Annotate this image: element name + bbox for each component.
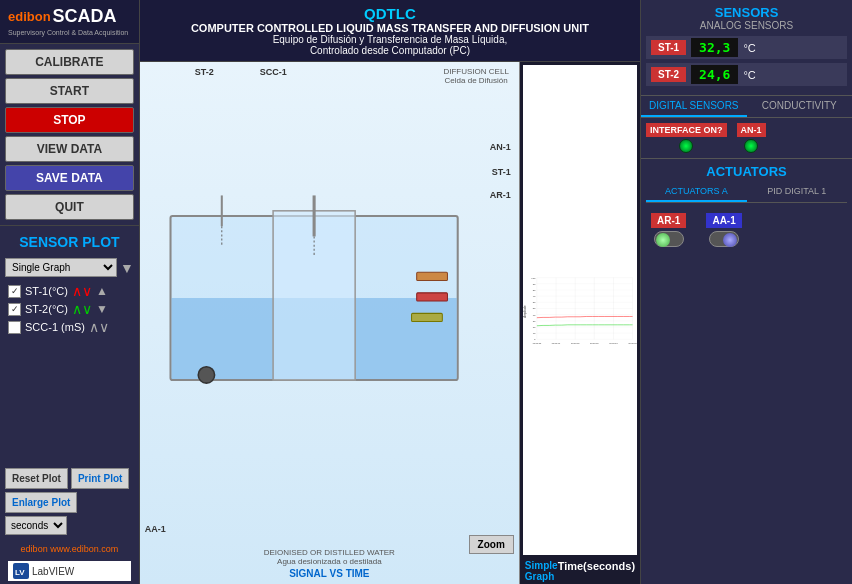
view-data-button[interactable]: VIEW DATA [5,136,134,162]
logo-area: edibon SCADA Supervisory Control & Data … [0,0,139,44]
st2-sensor-label: ST-2 [651,67,686,82]
svg-point-10 [198,367,214,383]
time-axis-label: Time(seconds) [558,560,635,582]
signal-vs-time-label: SIGNAL VS TIME [289,568,369,579]
graph-type-row: Single Graph Multi Graph ▼ [0,255,139,280]
digital-sensors-content: INTERFACE ON? AN-1 [641,118,852,158]
st2-line-icon: ∧∨ [72,301,92,317]
center-content: QDTLC COMPUTER CONTROLLED LIQUID MASS TR… [140,0,640,584]
graph-container: Amplitude [523,65,637,555]
sidebar: edibon SCADA Supervisory Control & Data … [0,0,140,584]
svg-text:LV: LV [15,568,25,577]
graph-type-select[interactable]: Single Graph Multi Graph [5,258,117,277]
actuators-content: AR-1 AA-1 [646,208,847,252]
title-main: QDTLC [145,5,635,22]
scc1-checkbox[interactable] [8,321,21,334]
st1-sensor-unit: °C [743,42,755,54]
labview-logo-icon: LV [13,563,29,579]
st2-scroll-down[interactable]: ▼ [96,302,108,316]
st1-checkbox[interactable]: ✓ [8,285,21,298]
quit-button[interactable]: QUIT [5,194,134,220]
nav-buttons: CALIBRATE START STOP VIEW DATA SAVE DATA… [0,44,139,225]
graph-area: Amplitude [520,62,640,584]
right-panels: SENSORS ANALOG SENSORS ST-1 32,3 °C ST-2… [640,0,852,584]
svg-rect-9 [411,313,442,321]
svg-text:00:00:54: 00:00:54 [628,342,637,344]
st1-scroll-up[interactable]: ▲ [96,284,108,298]
stop-button[interactable]: STOP [5,107,134,133]
pid-digital-tab[interactable]: PID DIGITAL 1 [747,182,847,202]
center-main: ST-2 SCC-1 DIFFUSION CELL Celda de Difus… [140,62,640,584]
y-axis-label: Amplitude [523,305,527,318]
aa1-diagram-label: AA-1 [145,524,166,534]
st1-sensor-value: 32,3 [691,38,738,57]
interface-on-label: INTERFACE ON? [646,123,727,137]
edibon-text: edibon [21,544,48,554]
st1-line-icon: ∧∨ [72,283,92,299]
aa1-switch[interactable] [709,231,739,247]
print-plot-button[interactable]: Print Plot [71,468,129,489]
digital-sensors-tab[interactable]: DIGITAL SENSORS [641,96,746,117]
ar1-switch[interactable] [654,231,684,247]
aa1-switch-knob [723,233,737,247]
website-text: www.edibon.com [50,544,118,554]
actuators-title: ACTUATORS [646,164,847,179]
an1-digital-label: AN-1 [737,123,766,137]
sensor-graph: Amplitude [523,65,637,555]
title-sub2: Equipo de Difusión y Transferencia de Ma… [145,34,635,45]
scc1-label: SCC-1 (mS) [25,321,85,333]
water-label: DEIONISED OR DISTILLED WATER Agua desion… [264,548,395,566]
svg-text:00:00:39: 00:00:39 [533,342,542,344]
plot-controls: Reset Plot Print Plot Enlarge Plot secon… [0,463,139,540]
scc1-diagram-label: SCC-1 [260,67,287,77]
sensor-check-scc1: SCC-1 (mS) ∧∨ [8,319,131,335]
sensor-plot-title: SENSOR PLOT [0,225,139,255]
aa1-actuator-label: AA-1 [706,213,741,228]
reset-plot-button[interactable]: Reset Plot [5,468,68,489]
st1-label: ST-1(°C) [25,285,68,297]
svg-text:00:00:48: 00:00:48 [590,342,599,344]
logo-subtitle: Supervisory Control & Data Acquisition [8,29,128,37]
svg-text:00:00:45: 00:00:45 [571,342,580,344]
svg-text:100: 100 [531,277,536,280]
save-data-button[interactable]: SAVE DATA [5,165,134,191]
diagram-area: ST-2 SCC-1 DIFFUSION CELL Celda de Difus… [140,62,520,584]
calibrate-button[interactable]: CALIBRATE [5,49,134,75]
equipment-diagram [150,77,509,519]
digital-conductivity-tabs: DIGITAL SENSORS CONDUCTIVITY [641,96,852,118]
title-sub3: Controlado desde Computador (PC) [145,45,635,56]
start-button[interactable]: START [5,78,134,104]
ar1-actuator-label: AR-1 [651,213,686,228]
st1-sensor-row: ST-1 32,3 °C [646,36,847,59]
svg-text:00:00:51: 00:00:51 [609,342,618,344]
svg-text:00:00:42: 00:00:42 [552,342,561,344]
simple-graph-label: Simple Graph [525,560,558,582]
sensor-checks: ✓ ST-1(°C) ∧∨ ▲ ✓ ST-2(°C) ∧∨ ▼ SCC-1 (m… [0,280,139,340]
water-label2: Agua desionizada o destilada [264,557,395,566]
svg-rect-13 [523,276,637,344]
ar1-switch-knob [656,233,670,247]
svg-rect-8 [417,293,448,301]
actuators-tabs: ACTUATORS A PID DIGITAL 1 [646,182,847,203]
conductivity-tab[interactable]: CONDUCTIVITY [747,96,852,117]
digital-sensors-row: INTERFACE ON? AN-1 [646,123,847,153]
actuators-a-tab[interactable]: ACTUATORS A [646,182,746,202]
title-area: QDTLC COMPUTER CONTROLLED LIQUID MASS TR… [140,0,640,62]
st2-checkbox[interactable]: ✓ [8,303,21,316]
seconds-select[interactable]: seconds minutes [5,516,67,535]
enlarge-plot-button[interactable]: Enlarge Plot [5,492,77,513]
ar1-actuator: AR-1 [651,213,686,247]
logo-edibon: edibon [8,9,51,24]
actuators-panel: ACTUATORS ACTUATORS A PID DIGITAL 1 AR-1… [641,158,852,584]
labview-text: LabVIEW [32,566,74,577]
analog-sensors-subtitle: ANALOG SENSORS [646,20,847,31]
an1-digital-item: AN-1 [737,123,766,153]
st2-sensor-unit: °C [743,69,755,81]
graph-footer: Simple Graph Time(seconds) [520,558,640,584]
sensors-panel: SENSORS ANALOG SENSORS ST-1 32,3 °C ST-2… [641,0,852,96]
st2-label: ST-2(°C) [25,303,68,315]
zoom-button[interactable]: Zoom [469,535,514,554]
interface-on-item: INTERFACE ON? [646,123,727,153]
svg-rect-7 [417,272,448,280]
edibon-footer: edibon www.edibon.com [0,540,139,558]
